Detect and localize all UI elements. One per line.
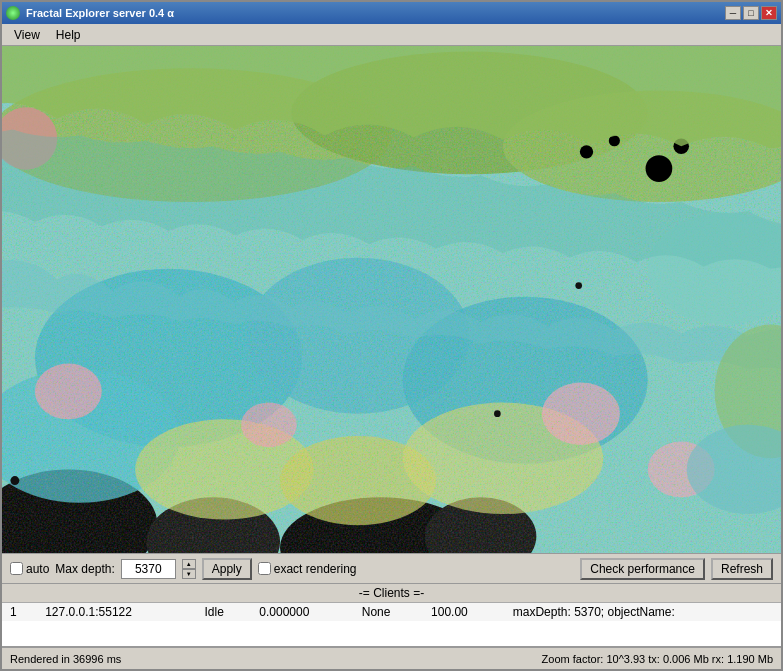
table-row: 1 127.0.0.1:55122 Idle 0.000000 None 100…	[2, 603, 781, 621]
svg-point-26	[10, 476, 19, 485]
app-icon	[6, 6, 20, 20]
clients-section: -= Clients =- 1 127.0.0.1:55122 Idle 0.0…	[2, 583, 781, 647]
svg-point-15	[35, 364, 102, 420]
rendered-text: Rendered in 36996 ms	[10, 653, 121, 665]
max-depth-input[interactable]	[121, 559, 176, 579]
menu-bar: View Help	[2, 24, 781, 46]
client-info: maxDepth: 5370; objectName:	[505, 603, 781, 621]
max-depth-label: Max depth:	[55, 562, 114, 576]
spinner-up[interactable]: ▲	[182, 559, 196, 569]
clients-header: -= Clients =-	[2, 584, 781, 603]
exact-rendering-label: exact rendering	[258, 562, 357, 576]
zoom-text: Zoom factor: 10^3.93 tx: 0.006 Mb rx: 1.…	[542, 653, 773, 665]
table-row-empty	[2, 621, 781, 646]
refresh-button[interactable]: Refresh	[711, 558, 773, 580]
main-window: Fractal Explorer server 0.4 α ─ □ ✕ View…	[0, 0, 783, 671]
fractal-canvas[interactable]	[2, 46, 781, 553]
check-performance-button[interactable]: Check performance	[580, 558, 705, 580]
client-address: 127.0.0.1:55122	[37, 603, 196, 621]
svg-point-27	[494, 410, 501, 417]
title-bar-left: Fractal Explorer server 0.4 α	[6, 6, 174, 20]
apply-button[interactable]: Apply	[202, 558, 252, 580]
svg-point-21	[580, 145, 593, 158]
minimize-button[interactable]: ─	[725, 6, 741, 20]
auto-label: auto	[10, 562, 49, 576]
maximize-button[interactable]: □	[743, 6, 759, 20]
title-bar: Fractal Explorer server 0.4 α ─ □ ✕	[2, 2, 781, 24]
menu-view[interactable]: View	[6, 26, 48, 44]
client-value3: 100.00	[423, 603, 505, 621]
close-button[interactable]: ✕	[761, 6, 777, 20]
auto-checkbox[interactable]	[10, 562, 23, 575]
svg-point-17	[542, 383, 620, 445]
clients-table: 1 127.0.0.1:55122 Idle 0.000000 None 100…	[2, 603, 781, 646]
title-buttons: ─ □ ✕	[725, 6, 777, 20]
status-bar: Rendered in 36996 ms Zoom factor: 10^3.9…	[2, 647, 781, 669]
svg-point-25	[575, 282, 582, 289]
menu-help[interactable]: Help	[48, 26, 89, 44]
exact-rendering-checkbox[interactable]	[258, 562, 271, 575]
svg-point-20	[646, 155, 673, 182]
client-value1: 0.000000	[251, 603, 353, 621]
client-value2: None	[354, 603, 423, 621]
window-title: Fractal Explorer server 0.4 α	[26, 7, 174, 19]
spinner-down[interactable]: ▼	[182, 569, 196, 579]
depth-spinner[interactable]: ▲ ▼	[182, 559, 196, 579]
client-status: Idle	[197, 603, 252, 621]
fractal-image	[2, 46, 781, 553]
client-index: 1	[2, 603, 37, 621]
toolbar: auto Max depth: ▲ ▼ Apply exact renderin…	[2, 553, 781, 583]
svg-point-16	[241, 403, 297, 448]
